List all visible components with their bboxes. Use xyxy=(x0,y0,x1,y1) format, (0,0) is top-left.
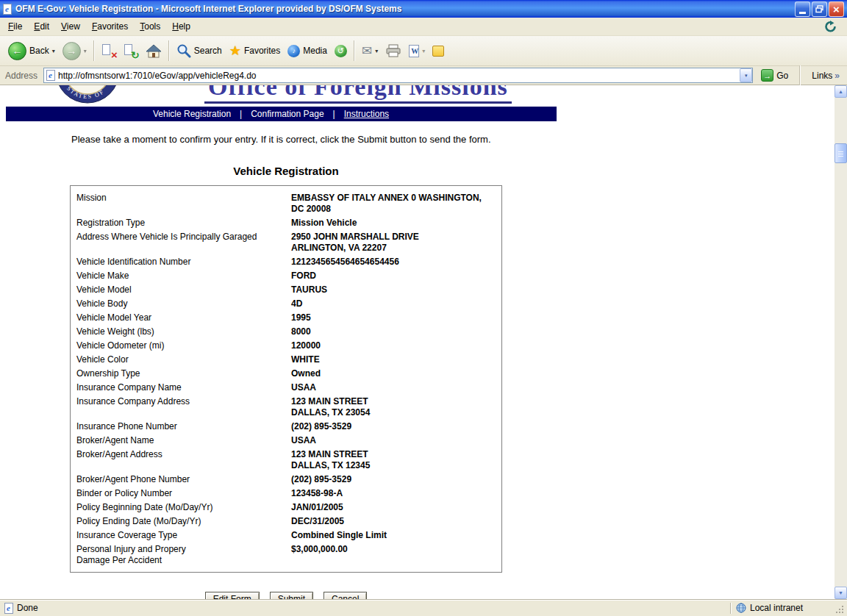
submit-button[interactable]: Submit xyxy=(270,592,313,599)
menu-favorites[interactable]: Favorites xyxy=(86,19,134,34)
menu-view[interactable]: View xyxy=(55,19,86,34)
field-value: 123 MAIN STREET DALLAS, TX 12345 xyxy=(291,449,496,471)
window-controls: × xyxy=(795,1,844,17)
print-button[interactable] xyxy=(382,37,405,64)
table-row: Vehicle Body 4D xyxy=(71,297,501,311)
intranet-globe-icon xyxy=(736,603,746,613)
search-button[interactable]: Search xyxy=(173,37,226,64)
cancel-button[interactable]: Cancel xyxy=(324,592,367,599)
print-icon xyxy=(385,44,401,57)
field-value: 1212345654564654654456 xyxy=(291,257,496,268)
restore-button[interactable] xyxy=(812,1,827,17)
table-row: Insurance Company Name USAA xyxy=(71,381,501,395)
status-left-panel: e Done xyxy=(2,603,729,614)
nav-vehicle-registration[interactable]: Vehicle Registration xyxy=(153,109,231,119)
toolbar-separator xyxy=(354,40,355,61)
mail-dropdown-arrow[interactable]: ▾ xyxy=(375,48,378,54)
scroll-up-button[interactable]: ▲ xyxy=(835,85,847,98)
back-button[interactable]: ← Back ▾ xyxy=(4,37,59,64)
table-row: Broker/Agent Address 123 MAIN STREET DAL… xyxy=(71,448,501,473)
vertical-scrollbar: ▲ ▼ xyxy=(835,85,847,599)
search-icon xyxy=(176,43,191,58)
field-value: DEC/31/2005 xyxy=(291,516,496,527)
close-button[interactable]: × xyxy=(829,1,844,17)
links-menu[interactable]: Links » xyxy=(807,71,844,81)
field-label: Insurance Company Address xyxy=(76,396,291,418)
toolbar: ← Back ▾ → ▾ × ↻ Search ★ Fav xyxy=(0,36,847,66)
refresh-button[interactable]: ↻ xyxy=(120,37,142,64)
nav-confirmation-page[interactable]: Confirmation Page xyxy=(251,109,324,119)
field-label: Vehicle Color xyxy=(76,354,291,365)
table-row: Vehicle Identification Number 1212345654… xyxy=(71,255,501,269)
nav-instructions-link[interactable]: Instructions xyxy=(344,109,389,119)
back-label: Back xyxy=(29,46,49,56)
field-label: Mission xyxy=(76,193,291,215)
scroll-track[interactable] xyxy=(835,98,847,587)
field-label: Policy Ending Date (Mo/Day/Yr) xyxy=(76,516,291,527)
scroll-down-button[interactable]: ▼ xyxy=(835,587,847,599)
forward-button[interactable]: → ▾ xyxy=(59,37,90,64)
field-label: Vehicle Make xyxy=(76,271,291,282)
field-label: Vehicle Model Year xyxy=(76,312,291,323)
minimize-button[interactable] xyxy=(795,1,810,17)
history-icon: ↺ xyxy=(335,45,347,57)
menu-help[interactable]: Help xyxy=(166,19,196,34)
field-label: Insurance Coverage Type xyxy=(76,530,291,541)
site-title: Office of Foreign Missions xyxy=(204,85,512,104)
history-button[interactable]: ↺ xyxy=(331,37,351,64)
mail-icon: ✉ xyxy=(362,45,372,57)
field-value: (202) 895-3529 xyxy=(291,474,496,485)
table-row: Address Where Vehicle Is Principally Gar… xyxy=(71,230,501,255)
page-flow: Please take a moment to confirm your ent… xyxy=(0,128,588,599)
stop-button[interactable]: × xyxy=(98,37,120,64)
forward-icon: → xyxy=(62,42,81,60)
table-row: Broker/Agent Name USAA xyxy=(71,434,501,448)
nav-separator: | xyxy=(240,109,242,119)
edit-dropdown-arrow[interactable]: ▾ xyxy=(422,48,425,54)
fields-table: Mission EMBASSY OF ITALY ANNEX 0 WASHING… xyxy=(70,185,502,573)
address-input[interactable] xyxy=(57,69,738,82)
nav-separator: | xyxy=(333,109,335,119)
menu-edit[interactable]: Edit xyxy=(28,19,55,34)
field-label: Insurance Phone Number xyxy=(76,421,291,432)
field-label: Broker/Agent Address xyxy=(76,449,291,471)
home-button[interactable] xyxy=(142,37,165,64)
mail-button[interactable]: ✉ ▾ xyxy=(358,37,382,64)
favorites-button[interactable]: ★ Favorites xyxy=(226,37,285,64)
table-row: Vehicle Odometer (mi) 120000 xyxy=(71,339,501,353)
scroll-thumb[interactable] xyxy=(835,143,847,163)
table-row: Policy Ending Date (Mo/Day/Yr) DEC/31/20… xyxy=(71,515,501,529)
status-bar: e Done Local intranet xyxy=(0,599,847,616)
table-row: Insurance Coverage Type Combined Single … xyxy=(71,529,501,542)
form-buttons: Edit Form Submit Cancel xyxy=(70,592,502,599)
address-dropdown-button[interactable]: ▾ xyxy=(740,68,752,82)
field-value: 8000 xyxy=(291,326,496,337)
table-row: Policy Beginning Date (Mo/Day/Yr) JAN/01… xyxy=(71,501,501,515)
address-input-container: e ▾ xyxy=(43,68,753,83)
toolbar-separator xyxy=(93,40,95,61)
go-button[interactable]: → Go xyxy=(757,69,793,82)
media-label: Media xyxy=(303,46,327,56)
field-label: Ownership Type xyxy=(76,368,291,379)
forward-dropdown-arrow[interactable]: ▾ xyxy=(84,48,87,54)
back-dropdown-arrow[interactable]: ▾ xyxy=(52,48,55,54)
menu-file[interactable]: File xyxy=(2,19,28,34)
resize-grip[interactable] xyxy=(842,612,843,613)
menu-tools[interactable]: Tools xyxy=(134,19,166,34)
field-value: USAA xyxy=(291,382,496,393)
title-bar: e OFM E-Gov: Vehicle Registration - Micr… xyxy=(0,0,847,18)
close-icon: × xyxy=(833,4,840,15)
field-value: USAA xyxy=(291,435,496,446)
favorites-label: Favorites xyxy=(244,46,280,56)
media-button[interactable]: ♪ Media xyxy=(284,37,331,64)
brand-icon xyxy=(824,21,837,32)
field-label: Binder or Policy Number xyxy=(76,488,291,499)
field-label: Vehicle Weight (lbs) xyxy=(76,326,291,337)
form-title: Vehicle Registration xyxy=(70,165,502,177)
edit-form-button[interactable]: Edit Form xyxy=(205,592,260,599)
go-icon: → xyxy=(761,69,773,82)
discuss-button[interactable] xyxy=(429,37,448,64)
edit-with-word-button[interactable]: W ▾ xyxy=(405,37,429,64)
table-row: Vehicle Weight (lbs) 8000 xyxy=(71,325,501,339)
field-value: 123 MAIN STREET DALLAS, TX 23054 xyxy=(291,396,496,418)
